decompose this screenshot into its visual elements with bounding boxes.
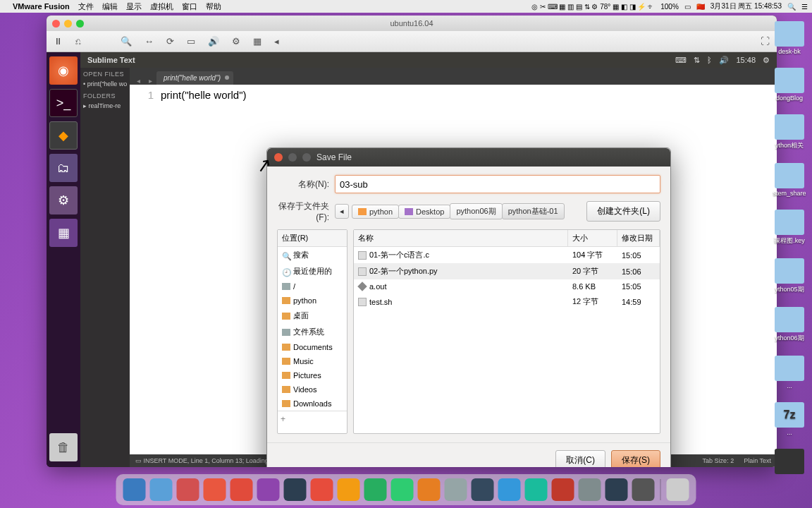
vm-tool-icon[interactable]: 🔍 (121, 36, 132, 47)
places-item[interactable]: Documents (278, 340, 347, 354)
dock-app-icon[interactable] (552, 478, 574, 501)
create-folder-button[interactable]: 创建文件夹(L) (586, 201, 660, 222)
places-item[interactable]: / (278, 279, 347, 294)
desktop-folder[interactable]: ython相关 (771, 114, 808, 150)
dock-app-icon[interactable] (177, 478, 199, 501)
clock[interactable]: 3月31日 周五 15:48:53 (710, 1, 782, 11)
breadcrumb-item[interactable]: Desktop (398, 205, 450, 219)
menu-window[interactable]: 窗口 (182, 1, 197, 12)
launcher-files-icon[interactable]: 🗂 (49, 154, 78, 182)
dock-trash-icon[interactable] (667, 478, 689, 501)
bluetooth-icon[interactable]: ᛒ (707, 56, 712, 65)
dock-app-icon[interactable] (204, 478, 226, 501)
places-item[interactable]: 文件系统 (278, 324, 347, 340)
breadcrumb-item-current[interactable]: python基础-01 (502, 203, 565, 219)
places-item[interactable]: 桌面 (278, 308, 347, 324)
menu-view[interactable]: 显示 (126, 1, 142, 12)
places-item[interactable]: Pictures (278, 368, 347, 382)
dock-app-icon[interactable] (230, 478, 253, 501)
input-icon[interactable]: 🇨🇳 (696, 3, 705, 11)
launcher-trash-icon[interactable]: 🗑 (49, 433, 78, 461)
desktop-folder[interactable]: ... (771, 356, 808, 389)
launcher-settings-icon[interactable]: ⚙ (49, 186, 78, 214)
network-icon[interactable]: ⇅ (694, 56, 700, 65)
launcher-app-icon[interactable]: ▦ (49, 219, 78, 247)
spotlight-icon[interactable]: 🔍 (787, 3, 796, 11)
window-maximize-icon[interactable] (76, 20, 84, 28)
dock-app-icon[interactable] (284, 478, 307, 501)
dialog-max-icon[interactable] (302, 153, 311, 162)
desktop-file[interactable] (771, 449, 808, 476)
vm-tool-icon[interactable]: ▭ (187, 36, 195, 47)
vm-pause-icon[interactable]: ⏸ (54, 36, 63, 47)
clock[interactable]: 15:48 (736, 56, 756, 65)
file-row[interactable]: a.out8.6 KB15:05 (354, 279, 660, 294)
dock-app-icon[interactable] (579, 478, 601, 501)
menu-vm[interactable]: 虚拟机 (150, 1, 173, 12)
window-minimize-icon[interactable] (64, 20, 72, 28)
desktop-folder[interactable]: desk-bk (771, 21, 808, 55)
dock-app-icon[interactable] (338, 478, 360, 501)
vm-tool-icon[interactable]: 🔊 (208, 36, 219, 47)
breadcrumb-item[interactable]: python (352, 205, 399, 219)
tab-nav-right-icon[interactable]: ▸ (144, 77, 156, 85)
places-item[interactable]: 🕘最近使用的 (278, 263, 347, 279)
status-tabsize[interactable]: Tab Size: 2 (703, 457, 734, 464)
vm-fullscreen-icon[interactable]: ⛶ (761, 36, 770, 47)
vm-tool-icon[interactable]: ↔ (144, 36, 154, 47)
dialog-close-icon[interactable] (274, 153, 283, 162)
dock-app-icon[interactable] (150, 478, 173, 501)
places-add-button[interactable]: + (278, 411, 347, 427)
cancel-button[interactable]: 取消(C) (555, 450, 605, 467)
dock-app-icon[interactable] (605, 478, 628, 501)
file-row[interactable]: 01-第一个c语言.c104 字节15:05 (354, 247, 660, 263)
keyboard-icon[interactable]: ⌨ (675, 56, 687, 65)
places-item[interactable]: 🔍搜索 (278, 247, 347, 263)
dock-app-icon[interactable] (311, 478, 333, 501)
path-back-button[interactable]: ◂ (335, 204, 349, 219)
dock-app-icon[interactable] (632, 478, 655, 501)
notification-icon[interactable]: ☰ (801, 3, 808, 11)
menu-file[interactable]: 文件 (78, 1, 94, 12)
volume-icon[interactable]: 🔊 (719, 56, 729, 65)
app-name[interactable]: VMware Fusion (13, 2, 70, 11)
desktop-file[interactable]: 课程图.key (771, 210, 808, 246)
vm-tool-icon[interactable]: ⟳ (166, 36, 174, 47)
places-item[interactable]: Downloads (278, 397, 347, 411)
places-item[interactable]: python (278, 294, 347, 308)
code-editor[interactable]: 1print("helle world") (130, 85, 777, 106)
dock-app-icon[interactable] (472, 478, 494, 501)
filename-input[interactable] (335, 175, 660, 193)
vm-snapshot-icon[interactable]: ⎌ (75, 36, 81, 47)
save-button[interactable]: 保存(S) (611, 450, 660, 467)
dock-app-icon[interactable] (498, 478, 521, 501)
desktop-file[interactable]: 7z... (771, 402, 808, 436)
launcher-dash-icon[interactable]: ◉ (49, 56, 78, 85)
places-item[interactable]: Music (278, 354, 347, 368)
status-syntax[interactable]: Plain Text (744, 457, 771, 464)
launcher-terminal-icon[interactable]: >_ (49, 89, 78, 117)
sidebar-folder[interactable]: ▸ realTime-re (83, 102, 127, 110)
dock-app-icon[interactable] (391, 478, 414, 501)
dock-app-icon[interactable] (445, 478, 467, 501)
gear-icon[interactable]: ⚙ (763, 56, 770, 65)
tab-nav-left-icon[interactable]: ◂ (133, 77, 144, 85)
file-row[interactable]: 02-第一个python.py20 字节15:06 (354, 263, 660, 279)
places-item[interactable]: Videos (278, 382, 347, 397)
col-date[interactable]: 修改日期 (617, 230, 660, 246)
desktop-folder[interactable]: stem_share (771, 163, 808, 197)
dock-app-icon[interactable] (364, 478, 387, 501)
desktop-file[interactable]: ython05期 (771, 258, 808, 294)
dialog-min-icon[interactable] (288, 153, 297, 162)
dock-app-icon[interactable] (257, 478, 280, 501)
menu-edit[interactable]: 编辑 (102, 1, 118, 12)
col-size[interactable]: 大小 (568, 230, 617, 246)
desktop-folder[interactable]: dongBlog (771, 68, 808, 102)
dock-app-icon[interactable] (525, 478, 548, 501)
desktop-folder[interactable]: ython06期 (771, 307, 808, 343)
dock-app-icon[interactable] (123, 478, 146, 501)
window-close-icon[interactable] (52, 20, 60, 28)
menu-help[interactable]: 帮助 (206, 1, 221, 12)
breadcrumb-item[interactable]: python06期 (450, 203, 502, 219)
col-name[interactable]: 名称 (354, 230, 568, 246)
